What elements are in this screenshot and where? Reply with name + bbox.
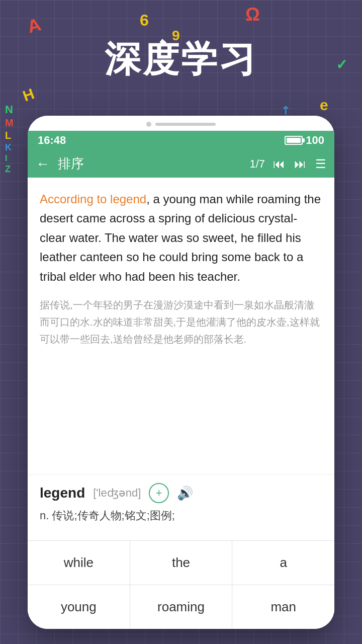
app-title: 深度学习 xyxy=(0,35,362,84)
add-word-button[interactable]: + xyxy=(149,483,169,503)
battery-icon xyxy=(285,136,303,145)
translation-text: 据传说,一个年轻的男子在漫游沙漠途中看到一泉如水晶般清澈而可口的水.水的味道非常… xyxy=(40,296,322,358)
battery-level: 100 xyxy=(306,134,324,147)
answer-btn-young[interactable]: young xyxy=(28,585,130,629)
app-toolbar: ← 排序 1/7 ⏮ ⏭ ☰ xyxy=(28,150,334,178)
answer-grid: while the a young roaming man xyxy=(28,540,334,629)
answer-btn-while[interactable]: while xyxy=(28,541,130,585)
toolbar-title: 排序 xyxy=(58,155,241,173)
battery-area: 100 xyxy=(285,134,324,147)
battery-fill xyxy=(287,138,301,143)
answer-btn-roaming[interactable]: roaming xyxy=(130,585,232,629)
word-row: legend ['leʤənd] + 🔊 xyxy=(40,483,322,503)
back-button[interactable]: ← xyxy=(36,156,50,172)
passage-highlight: According to legend xyxy=(40,192,146,206)
word-definition: n. 传说;传奇人物;铭文;图例; xyxy=(40,507,322,524)
word-definition-area: legend ['leʤənd] + 🔊 n. 传说;传奇人物;铭文;图例; xyxy=(28,474,334,532)
answer-btn-a[interactable]: a xyxy=(232,541,334,585)
sound-button[interactable]: 🔊 xyxy=(177,486,193,501)
status-time: 16:48 xyxy=(38,134,66,147)
answer-btn-the[interactable]: the xyxy=(130,541,232,585)
content-area[interactable]: According to legend, a young man while r… xyxy=(28,178,334,474)
toolbar-progress: 1/7 xyxy=(249,157,265,171)
next-button[interactable]: ⏭ xyxy=(294,157,306,171)
word-phonetic: ['leʤənd] xyxy=(93,487,141,500)
word-main: legend xyxy=(40,485,85,501)
phone-container: 16:48 100 ← 排序 1/7 ⏮ ⏭ ☰ According to le… xyxy=(28,116,334,629)
spacer xyxy=(40,373,322,388)
phone-camera xyxy=(146,122,151,127)
passage-body: , a young man while roaming the desert c… xyxy=(40,192,321,283)
phone-speaker xyxy=(155,123,216,126)
menu-button[interactable]: ☰ xyxy=(315,157,326,171)
passage-text: According to legend, a young man while r… xyxy=(40,190,322,286)
phone-notch xyxy=(28,116,334,131)
answer-btn-man[interactable]: man xyxy=(232,585,334,629)
toolbar-icons: ⏮ ⏭ ☰ xyxy=(273,157,326,171)
status-bar: 16:48 100 xyxy=(28,131,334,150)
prev-button[interactable]: ⏮ xyxy=(273,157,285,171)
